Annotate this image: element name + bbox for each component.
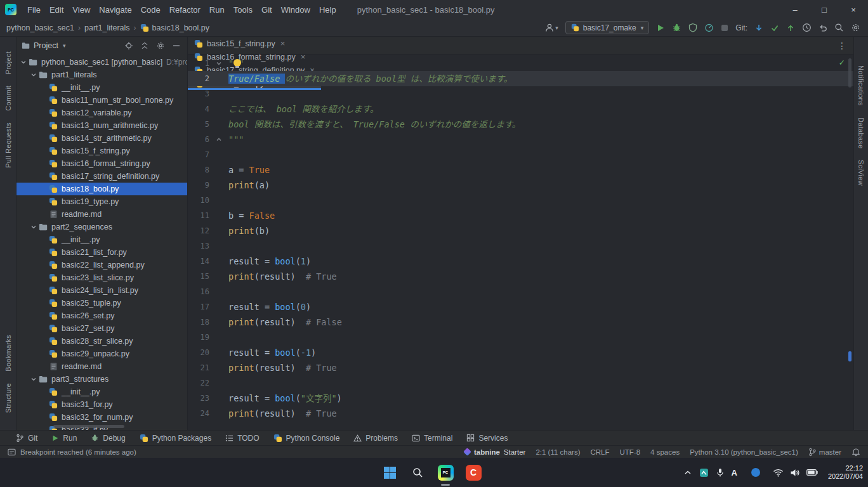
editor-line-14[interactable]: 14result = bool(1) [188,254,853,269]
tree-item-part3-structures[interactable]: part3_structures [16,373,187,386]
tray-blue-app-icon[interactable] [751,468,760,477]
tree-item-basic18-bool-py[interactable]: basic18_bool.py [16,183,187,195]
taskbar-app-icon[interactable]: C [464,464,482,481]
tree-item-basic23-list-slice-py[interactable]: basic23_list_slice.py [16,271,187,284]
menu-code[interactable]: Code [136,5,165,15]
project-panel-title[interactable]: Project [34,41,58,50]
status-message[interactable]: Breakpoint reached (6 minutes ago) [8,448,136,456]
tree-item-basic26-set-py[interactable]: basic26_set.py [16,309,187,322]
editor-scrollbar[interactable] [847,55,853,430]
editor-line-19[interactable]: 19 [188,330,853,345]
locate-file-icon[interactable] [124,41,133,50]
tree-item--init-py[interactable]: __init__.py [16,386,187,398]
caret-position-widget[interactable]: 2:1 (11 chars) [536,448,580,456]
tab-close-icon[interactable]: × [280,39,286,48]
encoding-widget[interactable]: UTF-8 [620,448,641,456]
editor-line-17[interactable]: 17result = bool(0) [188,299,853,315]
menu-run[interactable]: Run [205,5,229,15]
tree-item-basic17-string-definition-py[interactable]: basic17_string_definition.py [16,170,187,183]
stop-button[interactable] [721,24,728,32]
wifi-icon[interactable] [773,469,784,477]
git-push-button[interactable] [786,23,795,32]
tree-item-part2-sequences[interactable]: part2_sequences [16,221,187,233]
editor-line-9[interactable]: 9print(a) [188,178,853,193]
editor-line-6[interactable]: 6""" [188,132,853,147]
tree-item-python-basic-sec1-python-basic-[interactable]: python_basic_sec1 [python_basic]D:¥proje [16,56,187,68]
panel-settings-gear-icon[interactable] [156,41,165,50]
editor-line-22[interactable]: 22 [188,375,853,391]
run-button[interactable] [656,23,665,32]
breadcrumb-part1-literals[interactable]: part1_literals [84,23,130,32]
tabnine-widget[interactable]: tabnineStarter [464,448,525,456]
interpreter-widget[interactable]: Python 3.10 (python_basic_sec1) [690,448,798,456]
taskbar-pycharm-icon[interactable]: PC [437,464,454,481]
debug-button[interactable] [672,23,681,32]
maximize-button[interactable]: □ [810,0,839,19]
tree-item-basic22-list-append-py[interactable]: basic22_list_append.py [16,259,187,271]
intention-bulb-icon[interactable] [233,59,241,67]
git-branch-widget[interactable]: master [808,448,841,457]
tree-item-basic13-num-arithmetic-py[interactable]: basic13_num_arithmetic.py [16,119,187,132]
menu-tools[interactable]: Tools [229,5,257,15]
settings-gear-icon[interactable] [851,23,860,32]
stripe-commit[interactable]: Commit [4,86,12,111]
stripe-database[interactable]: Database [857,117,865,149]
windows-start-button[interactable] [381,464,398,481]
stripe-project[interactable]: Project [4,51,12,74]
code-editor[interactable]: 1"""2True/False のいずれかの値を取る bool型 は、比較演算で… [188,55,853,430]
tree-item--init-py[interactable]: __init__.py [16,81,187,94]
editor-line-24[interactable]: 24print(result) # True [188,406,853,421]
tab-options-icon[interactable]: ⋮ [831,37,853,54]
toolwindow-python-console[interactable]: Python Console [266,431,347,445]
profiler-button[interactable] [704,23,714,32]
menu-file[interactable]: File [23,5,45,15]
microphone-icon[interactable] [716,468,724,477]
taskbar-search-icon[interactable] [409,464,426,481]
battery-icon[interactable] [806,469,818,476]
editor-line-21[interactable]: 21print(result) # True [188,360,853,375]
menu-git[interactable]: Git [257,5,277,15]
toolwindow-debug[interactable]: Debug [84,431,132,445]
breadcrumb-python-basic-sec1[interactable]: python_basic_sec1 [6,23,74,32]
scrollbar-thumb[interactable] [848,58,852,88]
editor-line-18[interactable]: 18print(result) # False [188,315,853,330]
fold-marker-icon[interactable] [209,136,228,143]
menu-window[interactable]: Window [277,5,315,15]
tree-item-basic24-list-in-list-py[interactable]: basic24_list_in_list.py [16,284,187,297]
history-button[interactable] [802,23,812,32]
toolwindow-todo[interactable]: TODO [218,431,266,445]
editor-line-10[interactable]: 10 [188,193,853,208]
line-separator-widget[interactable]: CRLF [590,448,609,456]
editor-line-13[interactable]: 13 [188,238,853,254]
tree-item-basic32-for-num-py[interactable]: basic32_for_num.py [16,411,187,424]
editor-line-16[interactable]: 16 [188,284,853,299]
git-commit-button[interactable] [770,23,779,32]
fold-marker-icon[interactable] [209,60,228,67]
tree-horizontal-scrollbar[interactable] [53,425,124,428]
stripe-sciview[interactable]: SciView [857,160,865,186]
editor-line-15[interactable]: 15print(result) # True [188,269,853,284]
close-button[interactable]: × [839,0,868,19]
tree-item-basic21-list-for-py[interactable]: basic21_list_for.py [16,246,187,259]
tree-item-part1-literals[interactable]: part1_literals [16,68,187,81]
tree-item-readme-md[interactable]: readme.md [16,208,187,221]
editor-line-7[interactable]: 7 [188,147,853,162]
editor-line-20[interactable]: 20result = bool(-1) [188,345,853,360]
toolwindow-terminal[interactable]: Terminal [405,431,459,445]
tree-item-basic27-set-py[interactable]: basic27_set.py [16,322,187,335]
ime-indicator[interactable]: A [732,468,737,477]
tree-item--init-py[interactable]: __init__.py [16,233,187,246]
breadcrumb-basic18-bool-py[interactable]: basic18_bool.py [140,23,209,32]
tree-item-basic11-num-str-bool-none-py[interactable]: basic11_num_str_bool_none.py [16,94,187,107]
tab-basic15-f-string-py[interactable]: basic15_f_string.py× [188,37,321,50]
run-configuration-select[interactable]: basic17_omake ▾ [565,21,650,34]
tree-item-readme-md[interactable]: readme.md [16,360,187,373]
editor-line-4[interactable]: 4ここでは、 bool 関数を紹介します。 [188,101,853,117]
editor-line-2[interactable]: 2True/False のいずれかの値を取る bool型 は、比較演算で使います… [188,71,853,86]
toolwindow-services[interactable]: Services [459,431,515,445]
tree-item-basic12-variable-py[interactable]: basic12_variable.py [16,107,187,119]
tree-item-basic28-str-slice-py[interactable]: basic28_str_slice.py [16,335,187,347]
tree-item-basic16-format-string-py[interactable]: basic16_format_string.py [16,157,187,170]
git-update-button[interactable] [754,23,763,32]
editor-line-12[interactable]: 12print(b) [188,223,853,238]
